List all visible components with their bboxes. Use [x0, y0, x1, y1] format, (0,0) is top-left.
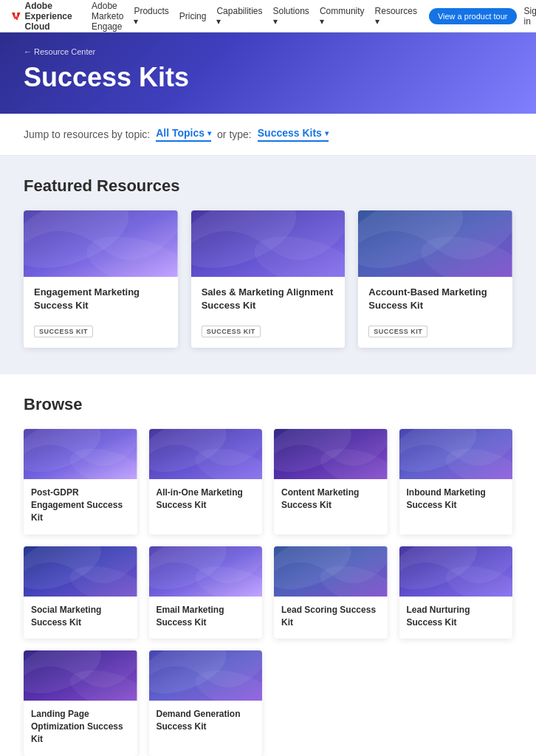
browse-title: Demand Generation Success Kit: [157, 708, 255, 733]
card-thumbnail: [358, 210, 512, 277]
browse-thumbnail: [24, 546, 137, 597]
nav-pricing[interactable]: Pricing: [179, 11, 207, 21]
filter-bar: Jump to resources by topic: All Topics ▾…: [0, 114, 536, 156]
card-tag: SUCCESS KIT: [368, 326, 427, 337]
browse-thumbnail: [24, 429, 137, 479]
browse-card[interactable]: Lead Scoring Success Kit: [274, 546, 388, 639]
browse-card[interactable]: Email Marketing Success Kit: [149, 546, 263, 639]
browse-body: Content Marketing Success Kit: [274, 479, 388, 522]
nav-links: Adobe Marketo Engage Products ▾ Pricing …: [92, 1, 417, 32]
card-tag: SUCCESS KIT: [202, 326, 261, 337]
nav-community[interactable]: Community ▾: [320, 6, 365, 27]
browse-thumbnail: [274, 429, 388, 479]
featured-grid: Engagement Marketing Success Kit SUCCESS…: [24, 210, 512, 348]
browse-body: Lead Nurturing Success Kit: [399, 597, 513, 639]
cta-button[interactable]: View a product tour: [429, 8, 517, 24]
browse-title: All-in-One Marketing Success Kit: [157, 487, 255, 512]
browse-thumbnail: [149, 650, 263, 701]
browse-card[interactable]: Demand Generation Success Kit: [149, 650, 263, 755]
card-thumbnail: [191, 210, 346, 277]
card-body: Engagement Marketing Success Kit SUCCESS…: [24, 277, 178, 348]
chevron-down-icon: ▾: [207, 129, 211, 137]
browse-body: Inbound Marketing Success Kit: [399, 479, 513, 522]
nav-right: View a product tour Sign in: [429, 6, 536, 27]
chevron-down-icon-2: ▾: [325, 129, 329, 137]
browse-thumbnail: [399, 429, 513, 479]
hero-section: Resource Center Success Kits: [0, 32, 536, 114]
browse-title: Social Marketing Success Kit: [31, 604, 130, 629]
featured-card[interactable]: Sales & Marketing Alignment Success Kit …: [191, 210, 346, 348]
browse-title: Content Marketing Success Kit: [281, 487, 380, 512]
featured-card[interactable]: Engagement Marketing Success Kit SUCCESS…: [24, 210, 178, 348]
browse-grid: Post-GDPR Engagement Success Kit All-in-…: [24, 429, 512, 755]
browse-body: All-in-One Marketing Success Kit: [149, 479, 263, 522]
topic-value: All Topics: [156, 127, 205, 139]
brand-name: Adobe Experience Cloud: [25, 1, 80, 32]
browse-heading: Browse: [24, 395, 512, 414]
browse-thumbnail: [24, 650, 137, 701]
sign-in-link[interactable]: Sign in: [524, 6, 537, 27]
nav-products[interactable]: Products ▾: [134, 6, 168, 27]
topic-dropdown[interactable]: All Topics ▾: [156, 127, 211, 142]
browse-card[interactable]: Content Marketing Success Kit: [274, 429, 388, 534]
browse-section: Browse Post-GDPR Engagement Success Kit: [0, 374, 536, 756]
filter-prefix: Jump to resources by topic:: [24, 128, 150, 140]
browse-card[interactable]: Social Marketing Success Kit: [24, 546, 137, 639]
card-body: Account-Based Marketing Success Kit SUCC…: [358, 277, 512, 348]
browse-body: Social Marketing Success Kit: [24, 597, 137, 639]
card-body: Sales & Marketing Alignment Success Kit …: [191, 277, 346, 348]
browse-body: Landing Page Optimization Success Kit: [24, 701, 137, 755]
nav-resources[interactable]: Resources ▾: [375, 6, 417, 27]
type-dropdown[interactable]: Success Kits ▾: [258, 127, 329, 142]
browse-card[interactable]: Landing Page Optimization Success Kit: [24, 650, 137, 755]
browse-card[interactable]: Inbound Marketing Success Kit: [399, 429, 513, 534]
nav-capabilities[interactable]: Capabilities ▾: [216, 6, 262, 27]
adobe-icon: [12, 8, 21, 24]
featured-card[interactable]: Account-Based Marketing Success Kit SUCC…: [358, 210, 512, 348]
card-thumbnail: [24, 210, 178, 277]
featured-section: Featured Resources Engagement Marketing …: [0, 156, 536, 374]
browse-thumbnail: [149, 546, 263, 597]
browse-card[interactable]: Lead Nurturing Success Kit: [399, 546, 513, 639]
browse-title: Landing Page Optimization Success Kit: [31, 708, 130, 745]
browse-body: Post-GDPR Engagement Success Kit: [24, 479, 137, 534]
card-title: Engagement Marketing Success Kit: [34, 286, 168, 312]
filter-separator: or type:: [217, 128, 252, 140]
featured-heading: Featured Resources: [24, 176, 512, 196]
browse-title: Lead Nurturing Success Kit: [407, 604, 506, 629]
nav-product[interactable]: Adobe Marketo Engage: [92, 1, 123, 32]
browse-body: Demand Generation Success Kit: [149, 701, 263, 743]
browse-title: Lead Scoring Success Kit: [281, 604, 380, 629]
browse-card[interactable]: Post-GDPR Engagement Success Kit: [24, 429, 137, 534]
browse-body: Lead Scoring Success Kit: [274, 597, 388, 639]
browse-thumbnail: [399, 546, 513, 597]
card-title: Sales & Marketing Alignment Success Kit: [202, 286, 335, 312]
breadcrumb[interactable]: Resource Center: [24, 47, 512, 56]
browse-thumbnail: [149, 429, 263, 479]
browse-title: Email Marketing Success Kit: [157, 604, 255, 629]
brand-logo[interactable]: Adobe Experience Cloud: [12, 1, 80, 32]
browse-title: Inbound Marketing Success Kit: [407, 487, 506, 512]
browse-body: Email Marketing Success Kit: [149, 597, 263, 639]
browse-card[interactable]: All-in-One Marketing Success Kit: [149, 429, 263, 534]
browse-title: Post-GDPR Engagement Success Kit: [31, 487, 130, 523]
page-title: Success Kits: [24, 62, 512, 93]
card-tag: SUCCESS KIT: [34, 326, 93, 337]
navigation: Adobe Experience Cloud Adobe Marketo Eng…: [0, 0, 536, 32]
nav-solutions[interactable]: Solutions ▾: [273, 6, 309, 27]
type-value: Success Kits: [258, 127, 322, 139]
card-title: Account-Based Marketing Success Kit: [368, 286, 502, 312]
browse-thumbnail: [274, 546, 388, 597]
